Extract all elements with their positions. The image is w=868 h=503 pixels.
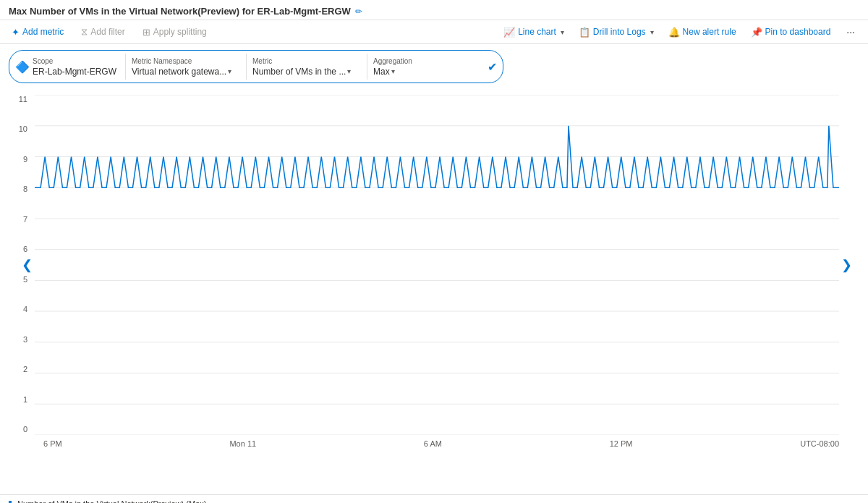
y-label-7: 7 — [23, 215, 27, 224]
aggregation-label: Aggregation — [373, 57, 482, 65]
namespace-chevron: ▾ — [228, 67, 231, 75]
check-icon: ✔ — [488, 60, 497, 74]
add-filter-icon: ⧖ — [81, 26, 88, 38]
line-chart-svg — [35, 95, 839, 435]
x-axis: 6 PM Mon 11 6 AM 12 PM UTC-08:00 — [0, 436, 868, 448]
aggregation-field: Aggregation Max ▾ — [373, 57, 482, 77]
namespace-label: Metric Namespace — [132, 57, 240, 65]
line-chart-chevron: ▾ — [561, 28, 564, 36]
separator-3 — [367, 54, 367, 80]
x-label-mon11: Mon 11 — [229, 439, 256, 448]
drill-logs-button[interactable]: 📋 Drill into Logs ▾ — [576, 25, 657, 39]
separator-2 — [246, 54, 247, 80]
namespace-field: Metric Namespace Virtual network gatewa.… — [132, 57, 240, 77]
drill-logs-label: Drill into Logs — [593, 27, 646, 37]
line-chart-button[interactable]: 📈 Line chart ▾ — [501, 25, 567, 39]
x-label-12pm: 12 PM — [610, 439, 633, 448]
line-chart-label: Line chart — [518, 27, 556, 37]
metric-pill: 🔷 Scope Metric Namespace Virtual network… — [9, 50, 503, 83]
scope-label: Scope — [33, 57, 119, 65]
y-label-9: 9 — [23, 155, 27, 164]
pin-dashboard-icon: 📌 — [751, 27, 762, 38]
legend-title: Number of VMs in the Virtual Network(Pre… — [17, 499, 206, 503]
x-label-6pm: 6 PM — [43, 439, 62, 448]
y-label-6: 6 — [23, 245, 27, 253]
more-button[interactable]: ··· — [842, 25, 859, 39]
separator-1 — [125, 54, 126, 80]
legend-text: Number of VMs in the Virtual Network(Pre… — [17, 499, 206, 503]
metric-field: Metric Number of VMs in the ... ▾ — [252, 57, 361, 77]
metric-label: Metric — [252, 57, 361, 65]
new-alert-label: New alert rule — [683, 27, 736, 37]
chart-plot: ❮ ❯ — [35, 95, 839, 435]
toolbar-left: ✦ Add metric ⧖ Add filter ⊞ Apply splitt… — [9, 25, 210, 39]
page-title: Max Number of VMs in the Virtual Network… — [9, 6, 351, 17]
pin-dashboard-label: Pin to dashboard — [765, 27, 831, 37]
toolbar-right: 📈 Line chart ▾ 📋 Drill into Logs ▾ 🔔 New… — [501, 25, 859, 39]
aggregation-value: Max — [373, 67, 390, 77]
namespace-value: Virtual network gatewa... — [132, 67, 226, 77]
apply-splitting-icon: ⊞ — [142, 27, 150, 38]
new-alert-button[interactable]: 🔔 New alert rule — [665, 25, 739, 39]
pin-dashboard-button[interactable]: 📌 Pin to dashboard — [748, 25, 834, 39]
line-chart-icon: 📈 — [503, 27, 515, 38]
new-alert-icon: 🔔 — [668, 27, 680, 38]
x-label-utc: UTC-08:00 — [800, 439, 839, 448]
top-bar: Max Number of VMs in the Virtual Network… — [0, 0, 868, 20]
y-label-4: 4 — [23, 305, 27, 313]
toolbar: ✦ Add metric ⧖ Add filter ⊞ Apply splitt… — [0, 20, 868, 44]
scope-input[interactable] — [33, 67, 119, 77]
apply-splitting-label: Apply splitting — [153, 27, 207, 37]
scope-icon: 🔷 — [15, 60, 30, 74]
edit-icon[interactable]: ✏ — [355, 7, 362, 17]
y-label-0: 0 — [23, 425, 27, 434]
title-area: Max Number of VMs in the Virtual Network… — [9, 6, 362, 17]
legend-item: Number of VMs in the Virtual Network(Pre… — [9, 499, 859, 503]
add-filter-button[interactable]: ⧖ Add filter — [78, 25, 127, 39]
drill-logs-chevron: ▾ — [650, 28, 654, 36]
scope-field: Scope — [33, 57, 119, 77]
x-label-6am: 6 AM — [424, 439, 442, 448]
y-label-3: 3 — [23, 335, 27, 344]
drill-logs-icon: 📋 — [579, 27, 590, 38]
y-label-11: 11 — [19, 95, 27, 103]
add-filter-label: Add filter — [90, 27, 124, 37]
apply-splitting-button[interactable]: ⊞ Apply splitting — [140, 25, 210, 39]
y-label-2: 2 — [23, 365, 27, 373]
aggregation-dropdown[interactable]: Max ▾ — [373, 67, 482, 77]
chart-container: 11 10 9 8 7 6 5 4 3 2 1 0 ❮ ❯ — [0, 89, 868, 491]
metric-row: 🔷 Scope Metric Namespace Virtual network… — [0, 44, 868, 89]
legend-area: Number of VMs in the Virtual Network(Pre… — [0, 494, 868, 503]
add-metric-icon: ✦ — [12, 27, 20, 38]
metric-chevron: ▾ — [347, 67, 351, 75]
metric-dropdown[interactable]: Number of VMs in the ... ▾ — [252, 67, 361, 77]
y-label-5: 5 — [23, 275, 27, 284]
y-label-1: 1 — [23, 395, 27, 404]
aggregation-chevron: ▾ — [391, 67, 395, 75]
namespace-dropdown[interactable]: Virtual network gatewa... ▾ — [132, 67, 240, 77]
add-metric-label: Add metric — [22, 27, 64, 37]
nav-arrow-right[interactable]: ❯ — [841, 257, 852, 273]
y-label-10: 10 — [19, 124, 27, 133]
add-metric-button[interactable]: ✦ Add metric — [9, 25, 67, 39]
metric-value: Number of VMs in the ... — [252, 67, 346, 77]
nav-arrow-left[interactable]: ❮ — [22, 257, 33, 273]
y-label-8: 8 — [23, 185, 27, 193]
